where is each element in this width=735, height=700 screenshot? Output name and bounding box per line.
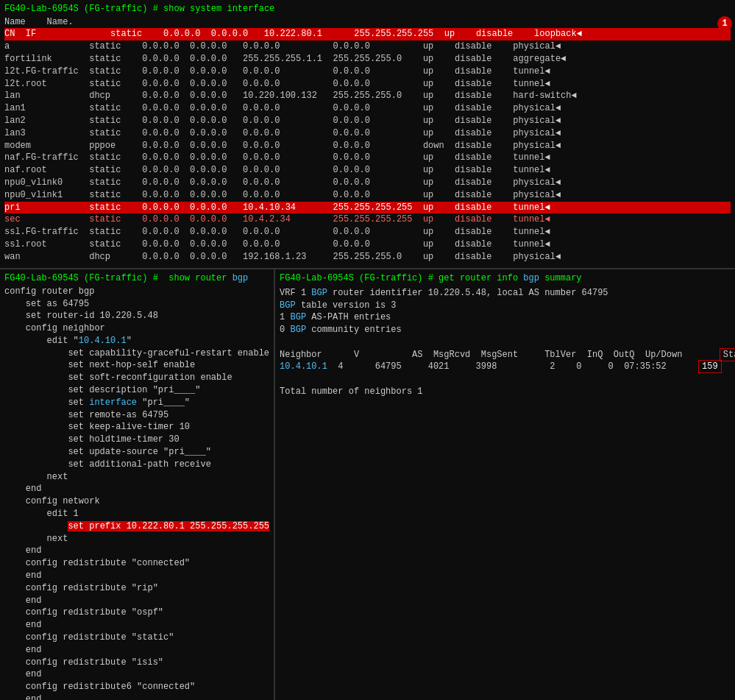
- table-row: naf.FG-traffic static 0.0.0.0 0.0.0.0 0.…: [4, 152, 731, 164]
- table-row: fortilink static 0.0.0.0 0.0.0.0 255.255…: [4, 53, 731, 66]
- config-line: config redistribute "isis": [4, 657, 269, 669]
- config-line: config redistribute "static": [4, 632, 269, 644]
- bgp-info-line: VRF 1 BGP router identifier 10.220.5.48,…: [280, 287, 735, 300]
- config-line: config redistribute "rip": [4, 582, 269, 595]
- bgp-blank: [280, 336, 735, 349]
- table-row: ssl.root static 0.0.0.0 0.0.0.0 0.0.0.0 …: [4, 238, 731, 251]
- table-row: lan2 static 0.0.0.0 0.0.0.0 0.0.0.0 0.0.…: [4, 115, 731, 127]
- section1-col-headers: Name Name.: [4, 16, 731, 28]
- table-row: lan1 static 0.0.0.0 0.0.0.0 0.0.0.0 0.0.…: [4, 102, 731, 115]
- bgp-info-line: 0 BGP community entries: [280, 324, 735, 336]
- section1-prompt: FG40-Lab-6954S (FG-traffic) # show syste…: [4, 3, 731, 15]
- table-row: l2t.root static 0.0.0.0 0.0.0.0 0.0.0.0 …: [4, 78, 731, 91]
- config-line: set holdtime-timer 30: [4, 434, 269, 446]
- bgp-total: Total number of neighbors 1: [280, 386, 735, 398]
- config-line: end: [4, 595, 269, 607]
- right-panel: FG40-Lab-6954S (FG-traffic) # get router…: [275, 269, 735, 700]
- left-panel: FG40-Lab-6954S (FG-traffic) # show route…: [0, 269, 275, 700]
- config-line: end: [4, 483, 269, 495]
- config-line: edit 1: [4, 508, 269, 520]
- section2-right-prompt: FG40-Lab-6954S (FG-traffic) # get router…: [280, 272, 735, 284]
- config-line: config redistribute "connected": [4, 557, 269, 570]
- table-row: ssl.FG-traffic static 0.0.0.0 0.0.0.0 0.…: [4, 226, 731, 238]
- bgp-info-line: 1 BGP AS-PATH entries: [280, 311, 735, 324]
- config-line: set router-id 10.220.5.48: [4, 310, 269, 322]
- table-row: naf.root static 0.0.0.0 0.0.0.0 0.0.0.0 …: [4, 164, 731, 177]
- config-line: set update-source "pri____": [4, 446, 269, 459]
- bgp-blank: [280, 373, 735, 386]
- config-line: config network: [4, 495, 269, 508]
- config-line: set remote-as 64795: [4, 409, 269, 422]
- config-line: set soft-reconfiguration enable: [4, 372, 269, 384]
- table-row: modem pppoe 0.0.0.0 0.0.0.0 0.0.0.0 0.0.…: [4, 140, 731, 152]
- config-line: end: [4, 644, 269, 657]
- bgp-table-header: Neighbor V AS MsgRcvd MsgSent TblVer InQ…: [280, 349, 735, 361]
- config-line: edit "10.4.10.1": [4, 335, 269, 347]
- config-line-interface: set interface "pri____": [4, 397, 269, 409]
- config-line-highlight: set prefix 10.222.80.1 255.255.255.255: [4, 520, 269, 533]
- config-line: end: [4, 693, 269, 700]
- config-line: end: [4, 570, 269, 582]
- config-line: end: [4, 668, 269, 681]
- table-row: lan3 static 0.0.0.0 0.0.0.0 0.0.0.0 0.0.…: [4, 127, 731, 140]
- config-line: next: [4, 471, 269, 484]
- config-line: end: [4, 545, 269, 557]
- table-header-row: CN IF static 0.0.0.0 0.0.0.0 10.222.80.1…: [4, 28, 731, 40]
- config-line: set description "pri____": [4, 384, 269, 397]
- bgp-info-line: BGP table version is 3: [280, 300, 735, 312]
- table-row-sec: sec static 0.0.0.0 0.0.0.0 10.4.2.34 255…: [4, 213, 731, 226]
- table-row: npu0_vlink0 static 0.0.0.0 0.0.0.0 0.0.0…: [4, 177, 731, 189]
- config-line: end: [4, 619, 269, 632]
- table-row: wan dhcp 0.0.0.0 0.0.0.0 192.168.1.23 25…: [4, 251, 731, 264]
- config-line: set keep-alive-timer 10: [4, 421, 269, 434]
- section2-left-prompt: FG40-Lab-6954S (FG-traffic) # show route…: [4, 272, 269, 284]
- config-line: config router bgp: [4, 286, 269, 298]
- config-line: next: [4, 533, 269, 545]
- badge-1: 1: [717, 16, 732, 31]
- table-row: npu0_vlink1 static 0.0.0.0 0.0.0.0 0.0.0…: [4, 189, 731, 202]
- table-row-pri: pri static 0.0.0.0 0.0.0.0 10.4.10.34 25…: [4, 202, 731, 214]
- bgp-neighbor-row: 10.4.10.1 4 64795 4021 3998 2 0 0 07:35:…: [280, 361, 735, 373]
- table-row: lan dhcp 0.0.0.0 0.0.0.0 10.220.100.132 …: [4, 90, 731, 102]
- config-line: config redistribute "ospf": [4, 607, 269, 619]
- config-line: set additional-path receive: [4, 459, 269, 471]
- config-line: set as 64795: [4, 298, 269, 311]
- config-line: set capability-graceful-restart enable: [4, 347, 269, 360]
- config-line: config redistribute6 "connected": [4, 681, 269, 693]
- middle-section: FG40-Lab-6954S (FG-traffic) # show route…: [0, 269, 735, 700]
- section1-terminal: 1 FG40-Lab-6954S (FG-traffic) # show sys…: [0, 0, 735, 269]
- table-row: a static 0.0.0.0 0.0.0.0 0.0.0.0 0.0.0.0…: [4, 40, 731, 53]
- table-row: l2t.FG-traffic static 0.0.0.0 0.0.0.0 0.…: [4, 66, 731, 78]
- config-line: set next-hop-self enable: [4, 359, 269, 372]
- config-line: config neighbor: [4, 322, 269, 335]
